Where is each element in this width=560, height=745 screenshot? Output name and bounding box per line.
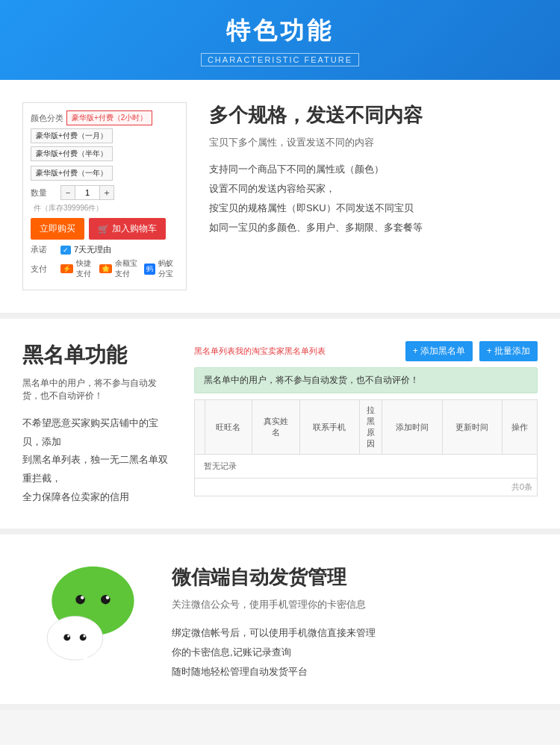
tag-item[interactable]: 豪华版+付费（一月） — [31, 128, 113, 143]
th-phone: 联系手机 — [299, 400, 359, 455]
table-footer: 共0条 — [194, 479, 538, 496]
blacklist-left: 黑名单功能 黑名单中的用户，将不参与自动发货，也不自动评价！ 不希望恶意买家购买… — [22, 341, 172, 506]
svg-point-10 — [67, 635, 69, 638]
pay-icon-kuaijie: ⚡ — [60, 264, 73, 273]
section-multispec: 颜色分类 豪华版+付费（2小时） 豪华版+付费（一月） 豪华版+付费（半年） 豪… — [0, 80, 560, 319]
th-wangwang: 旺旺名 — [205, 400, 252, 455]
svg-point-5 — [106, 596, 109, 599]
section-wechat: 微信端自动发货管理 关注微信公众号，使用手机管理你的卡密信息 绑定微信帐号后，可… — [0, 534, 560, 710]
bl-desc-3: 全力保障各位卖家的信用 — [22, 488, 172, 507]
qty-label: 数量 — [31, 187, 57, 199]
desc-line-2: 设置不同的发送内容给买家， — [209, 179, 538, 199]
wechat-icon-wrap — [22, 557, 157, 669]
multispec-desc: 支持同一个商品下不同的属性或（颜色） 设置不同的发送内容给买家， 按宝贝的规格属… — [209, 160, 538, 237]
add-cart-label: 加入购物车 — [112, 222, 157, 235]
desc-line-1: 支持同一个商品下不同的属性或（颜色） — [209, 160, 538, 179]
desc-line-4: 如同一宝贝的多颜色、多用户、多期限、多套餐等 — [209, 218, 538, 237]
blacklist-action-btns: + 添加黑名单 + 批量添加 — [405, 341, 538, 361]
pay-text-yue: 余额宝支付 — [115, 258, 140, 279]
pay-text-ant: 蚂蚁分宝 — [158, 258, 178, 279]
multispec-title: 多个规格，发送不同内容 — [209, 102, 538, 128]
pay-label: 支付 — [31, 264, 57, 275]
blacklist-desc: 不希望恶意买家购买店铺中的宝贝，添加 到黑名单列表，独一无二黑名单双重拦截， 全… — [22, 414, 172, 506]
header-title-cn: 特色功能 — [0, 15, 560, 48]
header-section: 特色功能 CHARACTERISTIC FEATURE — [0, 0, 560, 80]
qty-input[interactable] — [75, 185, 99, 200]
blacklist-link[interactable]: 我的淘宝卖家黑名单列表 — [235, 346, 326, 355]
promise-label: 承诺 — [31, 244, 57, 255]
pay-icon-yue: 🌟 — [99, 264, 112, 273]
desc-line-3: 按宝贝的规格属性（即SKU）不同发送不同宝贝 — [209, 199, 538, 218]
product-card: 颜色分类 豪华版+付费（2小时） 豪华版+付费（一月） 豪华版+付费（半年） 豪… — [22, 102, 187, 290]
svg-point-2 — [75, 595, 84, 604]
blacklist-list-label: 黑名单列表 — [194, 346, 235, 355]
multispec-content: 多个规格，发送不同内容 宝贝下多个属性，设置发送不同的内容 支持同一个商品下不同… — [209, 102, 538, 237]
buy-now-button[interactable]: 立即购买 — [31, 218, 84, 240]
blacklist-right: 黑名单列表我的淘宝卖家黑名单列表 + 添加黑名单 + 批量添加 黑名单中的用户，… — [194, 341, 538, 496]
product-card-wrap: 颜色分类 豪华版+付费（2小时） 豪华版+付费（一月） 豪华版+付费（半年） 豪… — [22, 102, 187, 290]
svg-point-4 — [81, 596, 84, 599]
tag-item[interactable]: 豪华版+付费（半年） — [31, 146, 113, 161]
empty-text: 暂无记录 — [195, 455, 538, 479]
svg-point-6 — [47, 617, 103, 661]
blacklist-title: 黑名单功能 — [22, 341, 172, 370]
blacklist-alert: 黑名单中的用户，将不参与自动发货，也不自动评价！ — [194, 367, 538, 393]
svg-point-3 — [101, 595, 110, 604]
th-addtime: 添加时间 — [382, 400, 442, 455]
blacklist-header: 黑名单列表我的淘宝卖家黑名单列表 + 添加黑名单 + 批量添加 — [194, 341, 538, 361]
section-blacklist: 黑名单功能 黑名单中的用户，将不参与自动发货，也不自动评价！ 不希望恶意买家购买… — [0, 319, 560, 534]
wechat-desc-1: 绑定微信帐号后，可以使用手机微信直接来管理 — [172, 623, 538, 643]
tag-item[interactable]: 豪华版+付费（2小时） — [66, 110, 152, 125]
multispec-subtitle: 宝贝下多个属性，设置发送不同的内容 — [209, 136, 538, 149]
pay-text-kuaijie: 快捷支付 — [76, 258, 96, 279]
pay-icon-ant: 蚂 — [144, 264, 155, 275]
promise-badge: ✓ — [60, 246, 71, 255]
wechat-desc-3: 随时随地轻松管理自动发货平台 — [172, 662, 538, 682]
table-header-row: 旺旺名 真实姓名 联系手机 拉黑原因 添加时间 更新时间 操作 — [195, 400, 538, 455]
table-empty-row: 暂无记录 — [195, 455, 538, 479]
tag-item[interactable]: 豪华版+付费（一年） — [31, 166, 113, 181]
blacklist-subtitle: 黑名单中的用户，将不参与自动发货，也不自动评价！ — [22, 377, 172, 402]
color-label: 颜色分类 — [31, 113, 63, 124]
th-realname: 真实姓名 — [252, 400, 300, 455]
th-check — [195, 400, 205, 455]
qty-control: － ＋ — [60, 185, 114, 200]
cart-icon: 🛒 — [98, 224, 109, 234]
add-cart-button[interactable]: 🛒 加入购物车 — [89, 218, 166, 240]
wechat-content: 微信端自动发货管理 关注微信公众号，使用手机管理你的卡密信息 绑定微信帐号后，可… — [172, 557, 538, 682]
svg-point-9 — [80, 635, 87, 641]
th-updatetime: 更新时间 — [442, 400, 502, 455]
svg-point-8 — [63, 635, 70, 641]
svg-marker-7 — [81, 656, 93, 666]
svg-point-11 — [83, 635, 85, 638]
th-reason: 拉黑原因 — [360, 400, 382, 455]
header-title-en: CHARACTERISTIC FEATURE — [201, 53, 359, 66]
add-blacklist-button[interactable]: + 添加黑名单 — [405, 341, 473, 361]
wechat-subtitle: 关注微信公众号，使用手机管理你的卡密信息 — [172, 598, 538, 611]
blacklist-top: 黑名单功能 黑名单中的用户，将不参与自动发货，也不自动评价！ 不希望恶意买家购买… — [22, 341, 538, 506]
wechat-logo-icon — [30, 557, 149, 669]
batch-add-button[interactable]: + 批量添加 — [479, 341, 538, 361]
wechat-desc-2: 你的卡密信息,记账记录查询 — [172, 643, 538, 662]
bl-desc-1: 不希望恶意买家购买店铺中的宝贝，添加 — [22, 414, 172, 451]
qty-hint: 件（库存399996件） — [34, 203, 103, 213]
blacklist-header-label: 黑名单列表我的淘宝卖家黑名单列表 — [194, 346, 326, 357]
qty-increase-btn[interactable]: ＋ — [99, 185, 114, 200]
bl-desc-2: 到黑名单列表，独一无二黑名单双重拦截， — [22, 451, 172, 487]
wechat-desc: 绑定微信帐号后，可以使用手机微信直接来管理 你的卡密信息,记账记录查询 随时随地… — [172, 623, 538, 682]
blacklist-table: 旺旺名 真实姓名 联系手机 拉黑原因 添加时间 更新时间 操作 暂无记录 — [194, 399, 538, 479]
promise-text: 7天无理由 — [74, 244, 111, 255]
th-ops: 操作 — [502, 400, 537, 455]
wechat-title: 微信端自动发货管理 — [172, 564, 538, 590]
qty-decrease-btn[interactable]: － — [60, 185, 75, 200]
